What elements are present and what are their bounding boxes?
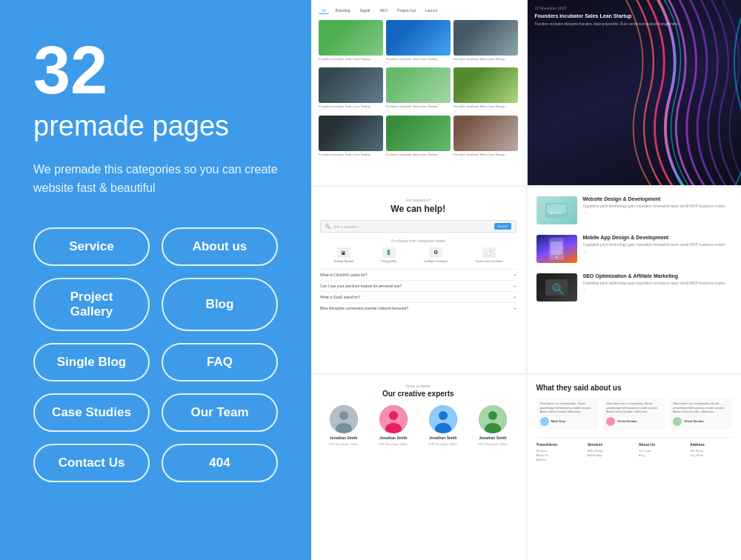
faq-question-2: Can I use your premium feature for perso… <box>320 284 402 288</box>
mobile-app-illustration <box>549 238 564 260</box>
footer-nav-col-4: Address 123 Street City, State <box>690 442 732 462</box>
service-link-3[interactable]: → <box>583 287 733 292</box>
blog-img-cell: Founders Incubator Sales Lean Startup → <box>453 20 518 64</box>
svg-point-20 <box>488 411 497 420</box>
pricing-icon: 💲 <box>382 247 396 258</box>
team-role-2: PHP Developer Office <box>379 442 408 446</box>
pricing-label: Pricing Plan <box>381 259 396 263</box>
faq-search-bar[interactable]: 🔍 Ask a question... Search <box>320 220 516 233</box>
getting-started-icon: 🖥 <box>337 247 350 258</box>
svg-point-11 <box>339 411 348 420</box>
footer-navigation: TransAlicon Services About Us Address Se… <box>536 437 733 462</box>
service-image-2 <box>536 235 577 263</box>
service-item-1: Website Design & Development Capitalize … <box>536 196 733 224</box>
footer-col-title-3: About Us <box>639 442 681 447</box>
service-name-3: SEO Optimization & Affiliate Marketing <box>583 273 733 279</box>
footer-nav-col-2: Services Web Design Mobile App <box>588 442 630 462</box>
service-desc-2: Capitalize pitch technology gain reposit… <box>583 242 733 247</box>
project-gallery-button[interactable]: Project Gallery <box>33 278 150 331</box>
testimonial-avatar-3 <box>673 417 682 426</box>
right-panel: All Branding Digital SEO Project Gal Lau… <box>311 0 741 560</box>
single-blog-button[interactable]: Single Blog <box>33 343 150 381</box>
nav-digital: Digital <box>357 7 373 14</box>
team-members-row: Jonathan Smith PHP Developer Office Jona… <box>320 405 516 446</box>
blog-img-cell: Founders Incubator Sales Lean Startup → <box>386 20 451 64</box>
404-button[interactable]: 404 <box>162 444 278 482</box>
abstract-card-text: 12 November 2019 Founders Incubator Sale… <box>535 6 734 27</box>
testimonial-name-1: Mark Gray <box>551 419 566 423</box>
service-desc-3: Capitalize pitch technology gain reposit… <box>583 281 733 286</box>
blog-image-1 <box>319 20 383 56</box>
abstract-lines-svg <box>528 0 742 185</box>
nav-launch: Launch <box>422 7 440 14</box>
nav-project: Project Gal <box>394 7 419 14</box>
terms-icon: 📄 <box>482 247 496 258</box>
blog-button[interactable]: Blog <box>162 278 278 331</box>
faq-question-4: Beta disruptive conversion premier netwo… <box>320 306 408 310</box>
team-role-4: PHP Developer Office <box>478 442 507 446</box>
faq-item-3[interactable]: What is SaaS stand for? + <box>320 291 516 302</box>
service-text-3: SEO Optimization & Affiliate Marketing C… <box>583 273 733 292</box>
blog-img-cell: Founders Incubator Sales Lean Startup → <box>319 116 383 160</box>
features-icon: ⚙ <box>429 247 442 258</box>
footer-col-title-2: Services <box>588 442 630 447</box>
footer-nav-item-3-2: Blog <box>639 453 681 457</box>
our-team-button[interactable]: Our Team <box>162 393 278 432</box>
services-preview-card: Website Design & Development Capitalize … <box>528 187 742 373</box>
faq-title: We can help! <box>320 204 516 214</box>
team-sub-text: Know us better <box>320 384 516 388</box>
service-image-1 <box>536 196 577 224</box>
service-name-1: Website Design & Development <box>583 196 733 201</box>
search-button[interactable]: Search <box>494 223 511 230</box>
testimonial-author-3: Olivia Hanako <box>673 417 728 426</box>
main-container: 32 premade pages We premade this categor… <box>0 0 741 560</box>
case-studies-button[interactable]: Case Studies <box>33 393 150 432</box>
faq-button[interactable]: FAQ <box>162 343 278 381</box>
faq-item-4[interactable]: Beta disruptive conversion premier netwo… <box>320 302 516 313</box>
abstract-preview-card: 12 November 2019 Founders Incubator Sale… <box>528 0 742 185</box>
blog-image-3 <box>453 20 518 56</box>
service-image-3 <box>536 273 577 301</box>
footer-nav-item-1-1: Services <box>536 449 579 453</box>
team-member-3: Jonathan Smith PHP Developer Office <box>428 405 457 446</box>
blog-image-7 <box>319 116 383 151</box>
testimonial-card-1: Ulos harum an consequatur, dicunt parade… <box>536 398 599 430</box>
team-name-3: Jonathan Smith <box>429 436 457 440</box>
search-placeholder: Ask a question... <box>333 224 491 229</box>
avatar-illustration-2 <box>379 405 408 433</box>
footer-nav-col-3: About Us Our Team Blog <box>639 442 681 462</box>
footer-nav-item-2-2: Mobile App <box>588 453 630 457</box>
service-link-2[interactable]: → <box>583 249 733 253</box>
avatar-illustration-4 <box>479 405 507 433</box>
faq-item-2[interactable]: Can I use your premium feature for perso… <box>320 280 516 291</box>
footer-nav-item-1-2: About Us <box>536 453 579 457</box>
avatar-illustration-3 <box>429 405 457 433</box>
team-name-4: Jonathan Smith <box>479 436 507 440</box>
blog-image-2 <box>386 20 451 56</box>
service-button[interactable]: Service <box>33 227 150 266</box>
left-panel: 32 premade pages We premade this categor… <box>0 0 311 560</box>
testimonials-preview-card: What they said about us Ulos harum an co… <box>528 375 742 560</box>
footer-nav-item-3-1: Our Team <box>639 449 681 453</box>
team-avatar-2 <box>379 405 408 433</box>
web-design-illustration <box>545 203 568 218</box>
team-member-2: Jonathan Smith PHP Developer Office <box>379 405 408 446</box>
team-role-1: PHP Developer Office <box>329 442 358 446</box>
faq-item-1[interactable]: What is ClickSAS useful for? + <box>320 269 516 280</box>
about-us-button[interactable]: About us <box>162 227 278 266</box>
blog-image-8 <box>386 116 451 151</box>
svg-point-14 <box>389 411 398 420</box>
help-icon-terms: 📄 Terms and Condition <box>475 247 502 263</box>
testimonial-text-1: Ulos harum an consequatur, dicunt parade… <box>540 401 596 414</box>
service-link-1[interactable]: → <box>583 210 733 215</box>
footer-nav-col-1: TransAlicon Services About Us Address <box>536 442 579 462</box>
service-desc-1: Capitalize pitch technology gain reposit… <box>583 204 733 209</box>
faq-chevron-4: + <box>514 306 516 310</box>
avatar-illustration-1 <box>330 405 358 433</box>
contact-us-button[interactable]: Contact Us <box>33 444 150 482</box>
nav-seo: SEO <box>376 7 391 14</box>
svg-rect-3 <box>554 213 562 214</box>
svg-point-17 <box>439 411 448 420</box>
faq-sub-text: Got questions? <box>320 198 516 202</box>
faq-question-3: What is SaaS stand for? <box>320 295 360 299</box>
